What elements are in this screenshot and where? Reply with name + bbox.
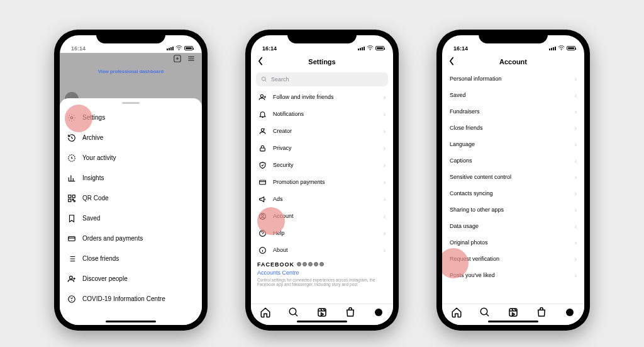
qr-icon [67,194,76,203]
settings-label: Help [273,230,285,236]
menu-insights[interactable]: Insights [60,168,202,188]
settings-ads[interactable]: Ads› [251,191,393,208]
status-indicators [358,45,384,52]
menu-settings[interactable]: Settings [60,108,202,128]
home-indicator[interactable] [297,321,347,322]
menu-orders[interactable]: Orders and payments [60,229,202,249]
account-language[interactable]: Language› [442,136,584,152]
home-indicator[interactable] [106,321,156,322]
tab-profile[interactable] [373,307,384,318]
settings-promotion[interactable]: Promotion payments› [251,174,393,191]
settings-help[interactable]: Help› [251,225,393,242]
menu-discover[interactable]: Discover people [60,269,202,289]
page-header: Account [442,53,584,71]
account-personal-info[interactable]: Personal information› [442,71,584,87]
account-captions[interactable]: Captions› [442,152,584,169]
search-input[interactable]: Search [256,72,388,86]
tab-shop[interactable] [345,307,356,318]
settings-follow-invite[interactable]: Follow and invite friends› [251,89,393,106]
back-button[interactable] [257,57,264,67]
svg-rect-6 [69,199,71,202]
svg-point-26 [566,309,574,316]
chevron-right-icon: › [575,76,577,82]
account-fundraisers[interactable]: Fundraisers› [442,103,584,120]
menu-your-activity[interactable]: Your activity [60,148,202,168]
settings-label: Ads [273,196,283,202]
settings-account[interactable]: Account› [251,208,393,225]
account-posts-liked[interactable]: Posts you've liked› [442,267,584,283]
account-request-verification[interactable]: Request verification› [442,251,584,267]
bell-icon [258,110,267,118]
account-sharing-apps[interactable]: Sharing to other apps› [442,202,584,218]
account-saved[interactable]: Saved› [442,87,584,103]
settings-label: Privacy [273,145,292,151]
notch [479,30,548,43]
sheet-handle[interactable] [122,102,140,104]
chevron-right-icon: › [384,213,386,220]
svg-point-12 [260,94,263,97]
accounts-centre-link[interactable]: Accounts Centre [257,270,387,276]
menu-covid[interactable]: COVID-19 Information Centre [60,289,202,309]
account-list: Personal information› Saved› Fundraisers… [442,71,584,304]
menu-qr[interactable]: QR Code [60,188,202,208]
bottom-sheet: Settings Archive Your activity Insights … [60,98,202,325]
bookmark-icon [67,214,76,223]
tab-home[interactable] [260,307,271,318]
notch [96,30,165,43]
account-close-friends[interactable]: Close friends› [442,120,584,136]
menu-label: Insights [82,174,104,181]
signal-icon [358,47,365,50]
add-icon[interactable] [173,54,182,65]
settings-about[interactable]: About› [251,242,393,259]
account-contacts-syncing[interactable]: Contacts syncing› [442,185,584,202]
battery-icon [184,46,193,50]
settings-label: Account [273,213,294,219]
facebook-desc: Control settings for connected experienc… [257,278,387,288]
chevron-right-icon: › [575,223,577,230]
tab-reels[interactable] [316,307,328,318]
menu-saved[interactable]: Saved [60,208,202,229]
chevron-right-icon: › [384,94,386,101]
account-sensitive[interactable]: Sensitive content control› [442,169,584,185]
chevron-right-icon: › [384,179,386,186]
signal-icon [549,47,556,50]
menu-label: Orders and payments [82,235,143,242]
chevron-right-icon: › [575,207,577,213]
menu-close-friends[interactable]: Close friends [60,249,202,269]
settings-notifications[interactable]: Notifications› [251,106,393,123]
search-icon [261,76,267,82]
account-original-photos[interactable]: Original photos› [442,234,584,251]
chevron-right-icon: › [384,196,386,203]
settings-privacy[interactable]: Privacy› [251,140,393,157]
settings-security[interactable]: Security› [251,157,393,174]
back-button[interactable] [448,57,455,67]
status-time: 16:14 [453,45,468,52]
home-indicator[interactable] [488,321,538,322]
dashboard-link[interactable]: View professional dashboard [60,69,202,74]
tab-shop[interactable] [536,307,547,318]
help-icon [258,229,267,237]
settings-creator[interactable]: Creator› [251,123,393,140]
settings-label: Follow and invite friends [273,94,334,100]
menu-archive[interactable]: Archive [60,128,202,148]
tab-profile[interactable] [564,307,575,318]
tab-home[interactable] [451,307,462,318]
chevron-right-icon: › [384,128,386,135]
facebook-section: FACEBOOK Accounts Centre Control setting… [251,259,393,290]
svg-point-13 [261,128,264,131]
svg-rect-15 [260,180,266,185]
account-data-usage[interactable]: Data usage› [442,218,584,234]
menu-label: Your activity [82,154,116,161]
chevron-right-icon: › [384,247,386,254]
tab-search[interactable] [288,307,299,318]
card-icon [67,234,76,243]
app-icons [297,262,324,266]
svg-point-22 [375,309,382,316]
tab-reels[interactable] [508,307,519,318]
account-icon [258,212,267,220]
hamburger-icon[interactable] [187,54,196,65]
settings-label: Promotion payments [273,179,325,185]
wifi-icon [175,45,182,52]
tab-search[interactable] [479,307,491,318]
menu-label: Close friends [82,255,119,262]
